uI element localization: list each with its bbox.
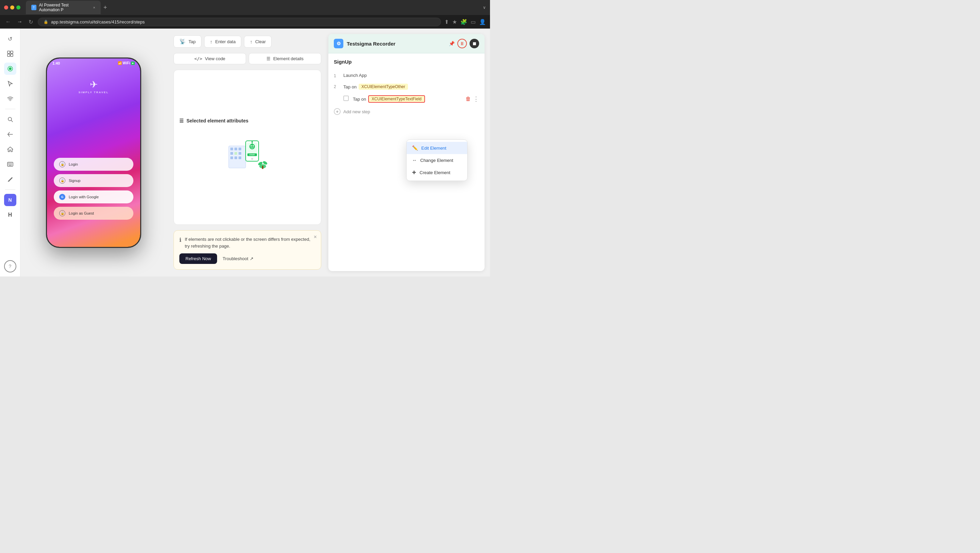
step-1-number: 1 bbox=[334, 73, 339, 78]
phone-guest-button[interactable]: 🔒 Login as Guest bbox=[54, 207, 134, 220]
phone-logo: ✈ SIMPLY TRAVEL bbox=[79, 79, 109, 94]
bookmark-icon[interactable]: ★ bbox=[452, 19, 457, 25]
code-details-bar: </> View code ☰ Element details bbox=[173, 53, 321, 64]
recorder-title-text: Testsigma Recorder bbox=[347, 41, 395, 47]
sidebar-toggle-icon[interactable]: ▭ bbox=[471, 19, 476, 25]
sidebar-item-N[interactable]: N bbox=[4, 194, 16, 206]
tab-favicon: T bbox=[31, 5, 37, 10]
step-2: 2 Tap on XCUIElementTypeOther bbox=[334, 81, 479, 92]
troubleshoot-external-icon: ↗ bbox=[250, 256, 253, 261]
enter-data-label: Enter data bbox=[215, 39, 235, 44]
svg-point-33 bbox=[250, 145, 252, 146]
dropdown-change-element[interactable]: ↔ Change Element bbox=[407, 154, 467, 166]
phone-status-bar: 1:40 📶 WiFi ● bbox=[52, 61, 135, 65]
phone-login-button[interactable]: 🔒 Login bbox=[54, 158, 134, 171]
step-2-content: Tap on XCUIElementTypeOther bbox=[343, 84, 479, 90]
svg-point-37 bbox=[251, 158, 253, 160]
profile-icon[interactable]: 👤 bbox=[479, 19, 486, 25]
sidebar-item-H[interactable]: H bbox=[4, 209, 16, 221]
phone-simulator: 1:40 📶 WiFi ● ✈ SIMPLY TRAVEL 🔒 Login bbox=[46, 57, 141, 248]
recorder-stop-button[interactable]: ⏹ bbox=[469, 39, 479, 48]
svg-point-36 bbox=[251, 141, 253, 143]
step-1-action: Launch App bbox=[343, 73, 367, 78]
add-step-row[interactable]: + Add new step bbox=[334, 105, 479, 118]
refresh-now-button[interactable]: Refresh Now bbox=[179, 253, 217, 264]
sidebar-item-keyboard[interactable] bbox=[4, 158, 16, 170]
dropdown-edit-element[interactable]: ✏️ Edit Element bbox=[407, 142, 467, 154]
traffic-light-yellow[interactable] bbox=[10, 5, 14, 10]
svg-rect-22 bbox=[234, 148, 237, 150]
forward-navigation-button[interactable]: → bbox=[16, 17, 24, 26]
sidebar-item-refresh[interactable]: ↺ bbox=[4, 33, 16, 45]
back-navigation-button[interactable]: ← bbox=[4, 17, 12, 26]
element-details-icon: ☰ bbox=[266, 56, 270, 61]
phone-guest-icon: 🔒 bbox=[59, 210, 65, 216]
pause-icon: ⏸ bbox=[460, 41, 465, 46]
traffic-light-red[interactable] bbox=[4, 5, 8, 10]
edit-element-icon: ✏️ bbox=[412, 145, 418, 151]
sidebar-item-search[interactable] bbox=[4, 113, 16, 126]
troubleshoot-link[interactable]: Troubleshoot ↗ bbox=[223, 256, 253, 261]
phone-logo-text: SIMPLY TRAVEL bbox=[79, 91, 109, 94]
recorder-title: ⚙ Testsigma Recorder bbox=[334, 39, 395, 48]
phone-login-label: Login bbox=[69, 162, 78, 166]
notification-close-button[interactable]: × bbox=[314, 234, 317, 240]
view-code-button[interactable]: </> View code bbox=[173, 53, 246, 64]
svg-rect-25 bbox=[234, 152, 237, 155]
dropdown-create-element[interactable]: ✚ Create Element bbox=[407, 166, 467, 178]
tap-icon: 📡 bbox=[179, 38, 186, 44]
url-text: app.testsigma.com/ui/td/cases/415/record… bbox=[51, 19, 145, 24]
step-3-action: Tap on bbox=[353, 97, 366, 102]
svg-rect-23 bbox=[239, 148, 241, 150]
recorder-pin-button[interactable]: 📌 bbox=[449, 41, 455, 46]
enter-data-button[interactable]: ↑ Enter data bbox=[204, 36, 242, 48]
notification-body: ℹ If elements are not clickable or the s… bbox=[179, 236, 315, 249]
clear-button[interactable]: ↑ Clear bbox=[244, 36, 272, 48]
element-card-header: ☰ Selected element attributes bbox=[179, 118, 315, 124]
sidebar-divider-2 bbox=[5, 189, 15, 190]
phone-google-button[interactable]: G Login with Google bbox=[54, 191, 134, 203]
tap-label: Tap bbox=[189, 39, 196, 44]
element-details-button[interactable]: ☰ Element details bbox=[249, 53, 321, 64]
refresh-navigation-button[interactable]: ↻ bbox=[27, 17, 34, 27]
sidebar-help-button[interactable]: ? bbox=[4, 260, 16, 272]
troubleshoot-label: Troubleshoot bbox=[223, 256, 248, 261]
browser-chevron-icon: ∨ bbox=[483, 5, 486, 10]
sidebar-item-record[interactable] bbox=[4, 63, 16, 75]
extensions-icon[interactable]: 🧩 bbox=[460, 19, 467, 25]
svg-point-5 bbox=[9, 67, 11, 70]
step-3: Tap on XCUIElementTypeTextField 🗑 ⋮ bbox=[334, 92, 479, 105]
recorder-pause-button[interactable]: ⏸ bbox=[457, 39, 467, 48]
step-3-checkbox[interactable] bbox=[343, 95, 349, 101]
sidebar-item-home[interactable] bbox=[4, 143, 16, 156]
tab-close-button[interactable]: × bbox=[93, 5, 95, 10]
sidebar-item-wifi[interactable] bbox=[4, 92, 16, 105]
tap-button[interactable]: 📡 Tap bbox=[173, 35, 202, 48]
svg-text:START: START bbox=[250, 154, 255, 156]
browser-tab[interactable]: T AI Powered Test Automation P × bbox=[26, 1, 101, 14]
new-tab-button[interactable]: + bbox=[101, 3, 110, 13]
traffic-light-green[interactable] bbox=[16, 5, 21, 10]
phone-status-icons: 📶 WiFi ● bbox=[118, 61, 135, 65]
view-code-icon: </> bbox=[194, 56, 202, 61]
clear-label: Clear bbox=[255, 39, 266, 44]
share-icon[interactable]: ⬆ bbox=[444, 19, 449, 25]
main-content: ↺ bbox=[0, 29, 490, 276]
sidebar-divider-1 bbox=[5, 109, 15, 109]
phone-signup-button[interactable]: 🔒 Signup bbox=[54, 174, 134, 187]
step-3-more-button[interactable]: ⋮ bbox=[473, 95, 479, 103]
sidebar-item-pen[interactable] bbox=[4, 173, 16, 185]
add-step-plus-icon: + bbox=[334, 108, 340, 115]
enter-data-icon: ↑ bbox=[210, 39, 213, 44]
browser-chrome: T AI Powered Test Automation P × + ∨ bbox=[0, 0, 490, 15]
url-input[interactable]: 🔒 app.testsigma.com/ui/td/cases/415/reco… bbox=[38, 17, 441, 26]
step-3-content: Tap on XCUIElementTypeTextField bbox=[353, 95, 461, 103]
sidebar-item-layout[interactable] bbox=[4, 48, 16, 60]
step-3-delete-button[interactable]: 🗑 bbox=[466, 96, 471, 102]
sidebar-item-cursor[interactable] bbox=[4, 78, 16, 90]
edit-element-label: Edit Element bbox=[421, 146, 447, 151]
step-3-number bbox=[334, 95, 339, 96]
sidebar-item-back[interactable] bbox=[4, 128, 16, 140]
recorder-controls: 📌 ⏸ ⏹ bbox=[449, 39, 479, 48]
svg-rect-1 bbox=[11, 51, 13, 53]
